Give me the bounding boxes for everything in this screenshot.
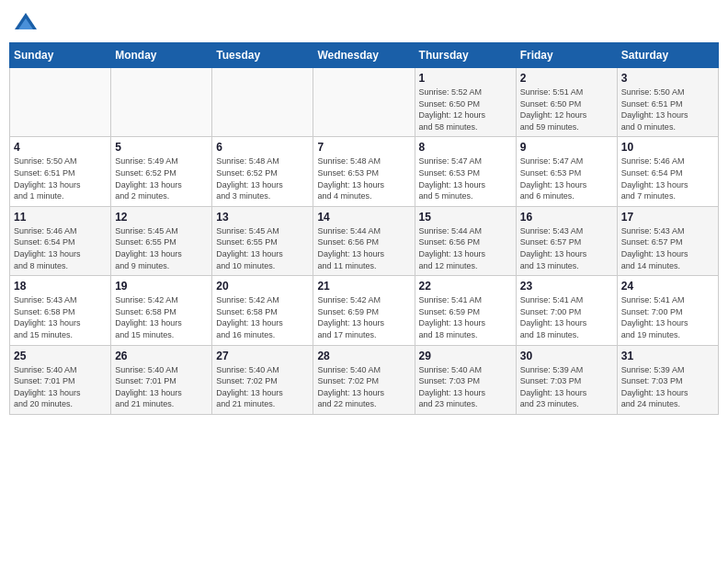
weekday-header-wednesday: Wednesday	[313, 43, 415, 68]
day-info: Sunrise: 5:49 AM Sunset: 6:52 PM Dayligh…	[115, 155, 208, 201]
day-number: 27	[216, 350, 309, 362]
calendar-cell: 19Sunrise: 5:42 AM Sunset: 6:58 PM Dayli…	[111, 276, 212, 345]
calendar-cell	[10, 68, 111, 137]
calendar-cell: 7Sunrise: 5:48 AM Sunset: 6:53 PM Daylig…	[313, 137, 415, 206]
day-number: 10	[621, 141, 714, 154]
calendar-cell: 8Sunrise: 5:47 AM Sunset: 6:53 PM Daylig…	[415, 137, 516, 206]
calendar-cell: 29Sunrise: 5:40 AM Sunset: 7:03 PM Dayli…	[415, 345, 516, 414]
logo	[13, 9, 42, 35]
day-number: 14	[317, 211, 410, 224]
day-info: Sunrise: 5:46 AM Sunset: 6:54 PM Dayligh…	[14, 225, 107, 271]
calendar-cell: 21Sunrise: 5:42 AM Sunset: 6:59 PM Dayli…	[313, 276, 415, 345]
day-number: 30	[520, 350, 613, 362]
day-info: Sunrise: 5:47 AM Sunset: 6:53 PM Dayligh…	[419, 155, 512, 201]
day-number: 21	[317, 280, 410, 293]
calendar-week-row: 11Sunrise: 5:46 AM Sunset: 6:54 PM Dayli…	[10, 206, 719, 275]
day-info: Sunrise: 5:45 AM Sunset: 6:55 PM Dayligh…	[115, 225, 208, 271]
day-info: Sunrise: 5:40 AM Sunset: 7:02 PM Dayligh…	[317, 364, 410, 410]
calendar-cell: 23Sunrise: 5:41 AM Sunset: 7:00 PM Dayli…	[516, 276, 617, 345]
calendar-table: SundayMondayTuesdayWednesdayThursdayFrid…	[9, 42, 719, 415]
day-number: 24	[621, 280, 714, 293]
calendar-cell: 1Sunrise: 5:52 AM Sunset: 6:50 PM Daylig…	[415, 68, 516, 137]
calendar-cell	[212, 68, 313, 137]
day-number: 8	[419, 141, 512, 154]
day-number: 20	[216, 280, 309, 293]
day-info: Sunrise: 5:40 AM Sunset: 7:02 PM Dayligh…	[216, 364, 309, 410]
calendar-cell: 24Sunrise: 5:41 AM Sunset: 7:00 PM Dayli…	[617, 276, 718, 345]
day-number: 2	[520, 72, 613, 85]
day-number: 31	[621, 350, 714, 362]
calendar-cell: 18Sunrise: 5:43 AM Sunset: 6:58 PM Dayli…	[10, 276, 111, 345]
day-number: 19	[115, 280, 208, 293]
day-number: 1	[419, 72, 512, 85]
day-info: Sunrise: 5:50 AM Sunset: 6:51 PM Dayligh…	[621, 86, 714, 132]
calendar-cell: 15Sunrise: 5:44 AM Sunset: 6:56 PM Dayli…	[415, 206, 516, 275]
weekday-header-monday: Monday	[111, 43, 212, 68]
day-info: Sunrise: 5:39 AM Sunset: 7:03 PM Dayligh…	[520, 364, 613, 410]
calendar-cell: 2Sunrise: 5:51 AM Sunset: 6:50 PM Daylig…	[516, 68, 617, 137]
day-info: Sunrise: 5:41 AM Sunset: 6:59 PM Dayligh…	[419, 294, 512, 340]
day-number: 25	[14, 350, 107, 362]
calendar-cell: 13Sunrise: 5:45 AM Sunset: 6:55 PM Dayli…	[212, 206, 313, 275]
day-number: 12	[115, 211, 208, 224]
day-number: 22	[419, 280, 512, 293]
day-number: 11	[14, 211, 107, 224]
calendar-cell: 4Sunrise: 5:50 AM Sunset: 6:51 PM Daylig…	[10, 137, 111, 206]
day-info: Sunrise: 5:40 AM Sunset: 7:01 PM Dayligh…	[14, 364, 107, 410]
calendar-cell: 11Sunrise: 5:46 AM Sunset: 6:54 PM Dayli…	[10, 206, 111, 275]
calendar-week-row: 18Sunrise: 5:43 AM Sunset: 6:58 PM Dayli…	[10, 276, 719, 345]
weekday-header-friday: Friday	[516, 43, 617, 68]
calendar-cell	[313, 68, 415, 137]
day-info: Sunrise: 5:41 AM Sunset: 7:00 PM Dayligh…	[621, 294, 714, 340]
day-number: 17	[621, 211, 714, 224]
day-info: Sunrise: 5:41 AM Sunset: 7:00 PM Dayligh…	[520, 294, 613, 340]
day-info: Sunrise: 5:46 AM Sunset: 6:54 PM Dayligh…	[621, 155, 714, 201]
day-info: Sunrise: 5:44 AM Sunset: 6:56 PM Dayligh…	[419, 225, 512, 271]
calendar-cell: 25Sunrise: 5:40 AM Sunset: 7:01 PM Dayli…	[10, 345, 111, 414]
calendar-cell	[111, 68, 212, 137]
day-number: 18	[14, 280, 107, 293]
calendar-cell: 20Sunrise: 5:42 AM Sunset: 6:58 PM Dayli…	[212, 276, 313, 345]
calendar-week-row: 1Sunrise: 5:52 AM Sunset: 6:50 PM Daylig…	[10, 68, 719, 137]
day-number: 23	[520, 280, 613, 293]
day-info: Sunrise: 5:50 AM Sunset: 6:51 PM Dayligh…	[14, 155, 107, 201]
calendar-cell: 14Sunrise: 5:44 AM Sunset: 6:56 PM Dayli…	[313, 206, 415, 275]
day-number: 16	[520, 211, 613, 224]
calendar-cell: 27Sunrise: 5:40 AM Sunset: 7:02 PM Dayli…	[212, 345, 313, 414]
calendar-cell: 22Sunrise: 5:41 AM Sunset: 6:59 PM Dayli…	[415, 276, 516, 345]
day-info: Sunrise: 5:52 AM Sunset: 6:50 PM Dayligh…	[419, 86, 512, 132]
day-number: 26	[115, 350, 208, 362]
calendar-cell: 17Sunrise: 5:43 AM Sunset: 6:57 PM Dayli…	[617, 206, 718, 275]
calendar-cell: 10Sunrise: 5:46 AM Sunset: 6:54 PM Dayli…	[617, 137, 718, 206]
day-number: 13	[216, 211, 309, 224]
day-info: Sunrise: 5:42 AM Sunset: 6:58 PM Dayligh…	[115, 294, 208, 340]
day-info: Sunrise: 5:51 AM Sunset: 6:50 PM Dayligh…	[520, 86, 613, 132]
weekday-header-sunday: Sunday	[10, 43, 111, 68]
weekday-header-tuesday: Tuesday	[212, 43, 313, 68]
day-number: 28	[317, 350, 410, 362]
calendar-cell: 6Sunrise: 5:48 AM Sunset: 6:52 PM Daylig…	[212, 137, 313, 206]
calendar-week-row: 4Sunrise: 5:50 AM Sunset: 6:51 PM Daylig…	[10, 137, 719, 206]
weekday-header-saturday: Saturday	[617, 43, 718, 68]
calendar-cell: 5Sunrise: 5:49 AM Sunset: 6:52 PM Daylig…	[111, 137, 212, 206]
day-info: Sunrise: 5:48 AM Sunset: 6:53 PM Dayligh…	[317, 155, 410, 201]
calendar-cell: 12Sunrise: 5:45 AM Sunset: 6:55 PM Dayli…	[111, 206, 212, 275]
day-number: 15	[419, 211, 512, 224]
calendar-cell: 9Sunrise: 5:47 AM Sunset: 6:53 PM Daylig…	[516, 137, 617, 206]
day-number: 29	[419, 350, 512, 362]
day-info: Sunrise: 5:39 AM Sunset: 7:03 PM Dayligh…	[621, 364, 714, 410]
day-number: 6	[216, 141, 309, 154]
calendar-cell: 3Sunrise: 5:50 AM Sunset: 6:51 PM Daylig…	[617, 68, 718, 137]
day-number: 3	[621, 72, 714, 85]
day-info: Sunrise: 5:47 AM Sunset: 6:53 PM Dayligh…	[520, 155, 613, 201]
day-info: Sunrise: 5:43 AM Sunset: 6:58 PM Dayligh…	[14, 294, 107, 340]
day-info: Sunrise: 5:44 AM Sunset: 6:56 PM Dayligh…	[317, 225, 410, 271]
day-number: 7	[317, 141, 410, 154]
day-info: Sunrise: 5:42 AM Sunset: 6:58 PM Dayligh…	[216, 294, 309, 340]
day-number: 5	[115, 141, 208, 154]
header	[9, 9, 719, 35]
weekday-header-thursday: Thursday	[415, 43, 516, 68]
calendar-cell: 16Sunrise: 5:43 AM Sunset: 6:57 PM Dayli…	[516, 206, 617, 275]
calendar-week-row: 25Sunrise: 5:40 AM Sunset: 7:01 PM Dayli…	[10, 345, 719, 414]
calendar-cell: 28Sunrise: 5:40 AM Sunset: 7:02 PM Dayli…	[313, 345, 415, 414]
